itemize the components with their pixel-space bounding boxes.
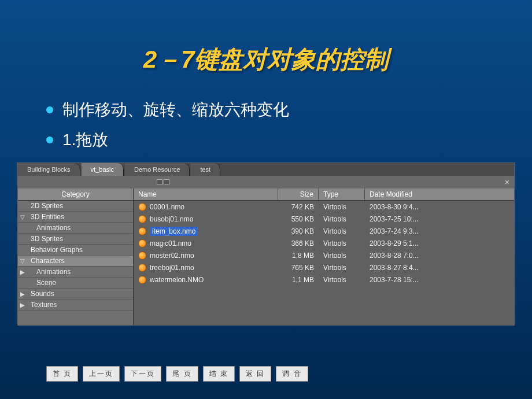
category-item[interactable]: ▽Characters	[18, 256, 133, 267]
tab-demo-resource[interactable]: Demo Resource	[125, 163, 190, 176]
file-size: 1,8 MB	[278, 252, 319, 260]
file-date: 2003-8-30 9:4...	[365, 203, 514, 211]
bullet-item: 制作移动、旋转、缩放六种变化	[46, 99, 532, 121]
file-type: Virtools	[319, 239, 365, 247]
file-icon	[138, 203, 146, 211]
file-icon	[138, 264, 146, 272]
nav-button[interactable]: 下一页	[124, 366, 161, 382]
file-type: Virtools	[319, 203, 365, 211]
file-name-cell: treeboj01.nmo	[134, 264, 278, 272]
category-list: 2D Sprites▽3D EntitiesAnimations3D Sprit…	[18, 201, 133, 311]
file-name: item_box.nmo	[150, 227, 198, 236]
category-item[interactable]: Behavior Graphs	[18, 245, 133, 256]
file-row[interactable]: item_box.nmo390 KBVirtools2003-7-24 9:3.…	[134, 225, 514, 237]
file-name: busobj01.nmo	[150, 215, 193, 223]
file-type: Virtools	[319, 252, 365, 260]
file-size: 1,1 MB	[278, 276, 319, 284]
category-item[interactable]: ▶Animations	[18, 267, 133, 278]
expand-arrow-icon[interactable]: ▶	[20, 269, 25, 275]
file-headers: Name Size Type Date Modified	[134, 189, 514, 201]
file-type: Virtools	[319, 227, 365, 235]
file-name: watermelon.NMO	[150, 276, 204, 284]
bullet-list: 制作移动、旋转、缩放六种变化1.拖放	[46, 99, 532, 151]
view-icon-2[interactable]	[164, 179, 169, 185]
file-row[interactable]: watermelon.NMO1,1 MBVirtools2003-7-28 15…	[134, 274, 514, 286]
header-name[interactable]: Name	[134, 189, 278, 200]
tabs-row: Building Blocksvt_basicDemo Resourcetest	[18, 163, 514, 176]
category-item[interactable]: ▶Textures	[18, 300, 133, 311]
bullet-dot-icon	[46, 136, 53, 143]
file-date: 2003-8-29 5:1...	[365, 239, 514, 247]
category-label: Behavior Graphs	[31, 246, 83, 254]
header-date[interactable]: Date Modified	[365, 189, 514, 200]
expand-arrow-icon[interactable]: ▶	[20, 302, 25, 308]
tab-test[interactable]: test	[191, 163, 220, 176]
category-label: Sounds	[31, 290, 54, 298]
category-item[interactable]: ▽3D Entities	[18, 212, 133, 223]
file-name-cell: watermelon.NMO	[134, 276, 278, 284]
file-icon	[138, 227, 146, 235]
file-icon	[138, 215, 146, 223]
file-name: 00001.nmo	[150, 203, 184, 211]
page-title: 2－7键盘对对象的控制	[0, 0, 532, 76]
category-item[interactable]: 2D Sprites	[18, 201, 133, 212]
bullet-text: 1.拖放	[62, 129, 108, 151]
bullet-text: 制作移动、旋转、缩放六种变化	[62, 99, 289, 121]
file-size: 550 KB	[278, 215, 319, 223]
file-row[interactable]: magic01.nmo366 KBVirtools2003-8-29 5:1..…	[134, 237, 514, 249]
nav-button[interactable]: 上一页	[83, 366, 120, 382]
category-item[interactable]: ▶Sounds	[18, 289, 133, 300]
category-item[interactable]: Scene	[18, 278, 133, 289]
resource-panel: Building Blocksvt_basicDemo Resourcetest…	[17, 162, 515, 326]
nav-button[interactable]: 结 束	[203, 366, 235, 382]
file-row[interactable]: treeboj01.nmo765 KBVirtools2003-8-27 8:4…	[134, 261, 514, 274]
nav-button[interactable]: 返 回	[239, 366, 271, 382]
header-size[interactable]: Size	[278, 189, 319, 200]
file-name: treeboj01.nmo	[150, 264, 194, 272]
file-name-cell: item_box.nmo	[134, 227, 278, 236]
file-name-cell: moster02.nmo	[134, 252, 278, 260]
file-size: 765 KB	[278, 264, 319, 272]
close-icon[interactable]: ×	[505, 178, 509, 187]
file-size: 742 KB	[278, 203, 319, 211]
file-area: Name Size Type Date Modified 00001.nmo74…	[134, 189, 514, 325]
tab-vt_basic[interactable]: vt_basic	[82, 163, 124, 176]
file-type: Virtools	[319, 276, 365, 284]
nav-button[interactable]: 调 音	[276, 366, 308, 382]
file-date: 2003-7-25 10:...	[365, 215, 514, 223]
file-date: 2003-7-24 9:3...	[365, 227, 514, 235]
expand-arrow-icon[interactable]: ▽	[20, 258, 25, 264]
category-label: Animations	[36, 268, 71, 276]
expand-arrow-icon[interactable]: ▶	[20, 291, 25, 297]
category-sidebar: Category 2D Sprites▽3D EntitiesAnimation…	[18, 189, 134, 325]
view-icon-1[interactable]	[157, 179, 162, 185]
file-row[interactable]: moster02.nmo1,8 MBVirtools2003-8-28 7:0.…	[134, 249, 514, 261]
category-label: 2D Sprites	[31, 202, 63, 210]
file-icon	[138, 276, 146, 284]
file-date: 2003-8-28 7:0...	[365, 252, 514, 260]
category-label: 3D Sprites	[31, 235, 63, 243]
category-item[interactable]: Animations	[18, 223, 133, 234]
category-label: Animations	[36, 224, 71, 232]
file-name-cell: busobj01.nmo	[134, 215, 278, 223]
bullet-dot-icon	[46, 106, 53, 113]
nav-button[interactable]: 首 页	[46, 366, 78, 382]
tab-building-blocks[interactable]: Building Blocks	[18, 163, 80, 176]
file-type: Virtools	[319, 264, 365, 272]
header-type[interactable]: Type	[319, 189, 365, 200]
expand-arrow-icon[interactable]: ▽	[20, 214, 25, 220]
file-row[interactable]: 00001.nmo742 KBVirtools2003-8-30 9:4...	[134, 201, 514, 213]
category-item[interactable]: 3D Sprites	[18, 234, 133, 245]
bullet-item: 1.拖放	[46, 129, 532, 151]
file-row[interactable]: busobj01.nmo550 KBVirtools2003-7-25 10:.…	[134, 213, 514, 225]
view-icons[interactable]	[157, 179, 169, 185]
nav-button[interactable]: 尾 页	[166, 366, 198, 382]
toolbar-row: ×	[18, 176, 514, 189]
sidebar-header: Category	[18, 189, 133, 201]
nav-buttons: 首 页上一页下一页尾 页结 束返 回调 音	[46, 366, 308, 382]
category-label: 3D Entities	[31, 213, 64, 221]
file-size: 366 KB	[278, 239, 319, 247]
file-name-cell: magic01.nmo	[134, 239, 278, 247]
category-label: Textures	[31, 301, 57, 309]
file-icon	[138, 252, 146, 260]
